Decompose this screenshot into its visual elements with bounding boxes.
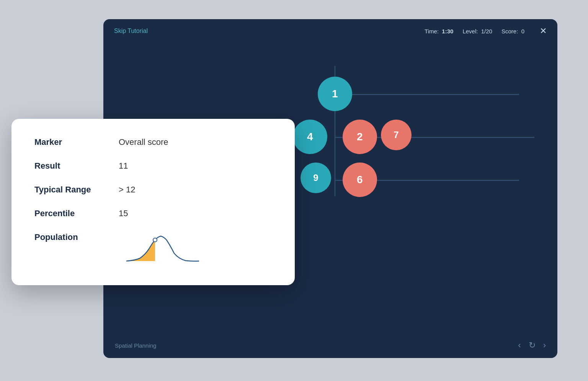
result-row: Result 11 [34,161,272,171]
game-header: Skip Tutorial Time: 1:30 Level: 1/20 Sco… [103,19,557,43]
score-label: Score: 0 [501,28,524,34]
time-label: Time: 1:30 [425,28,453,34]
marker-label: Marker [34,137,119,147]
population-curve-svg [119,232,203,267]
level-label: Level: 1/20 [462,28,492,34]
circle-6[interactable]: 6 [343,163,377,197]
result-value: 11 [119,161,128,171]
circle-2[interactable]: 2 [343,120,377,154]
circle-9[interactable]: 9 [301,163,331,193]
population-chart [119,232,203,267]
svg-point-0 [153,238,157,242]
typical-range-value: > 12 [119,185,135,195]
nav-buttons: ‹ ↻ › [518,340,546,350]
result-label: Result [34,161,119,171]
percentile-label: Percentile [34,209,119,218]
circle-4[interactable]: 4 [293,120,327,154]
marker-value: Overall score [119,137,168,147]
marker-row: Marker Overall score [34,137,272,147]
percentile-value: 15 [119,209,128,218]
skip-tutorial-button[interactable]: Skip Tutorial [114,28,148,34]
close-button[interactable]: ✕ [540,26,547,36]
nav-refresh-button[interactable]: ↻ [529,340,536,350]
h-line-top [335,94,519,95]
circle-7[interactable]: 7 [381,120,412,150]
game-stats: Time: 1:30 Level: 1/20 Score: 0 ✕ [425,26,547,36]
game-footer: Spatial Planning ‹ ↻ › [103,340,557,350]
circle-1[interactable]: 1 [318,77,352,111]
population-row: Population [34,232,272,267]
nav-next-button[interactable]: › [543,340,546,350]
typical-range-row: Typical Range > 12 [34,185,272,195]
percentile-row: Percentile 15 [34,209,272,218]
game-label: Spatial Planning [115,342,156,349]
population-label: Population [34,232,119,242]
info-card: Marker Overall score Result 11 Typical R… [11,119,295,285]
nav-prev-button[interactable]: ‹ [518,340,521,350]
typical-range-label: Typical Range [34,185,119,195]
